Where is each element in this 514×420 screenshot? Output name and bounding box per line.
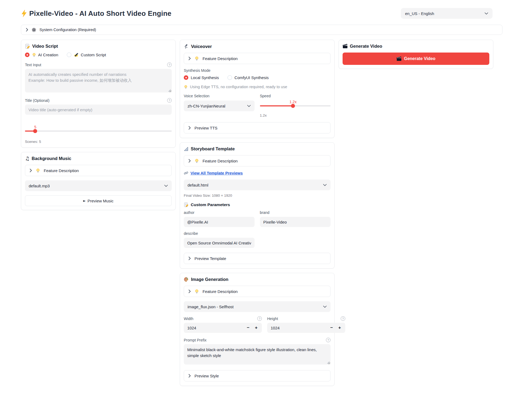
writing-hand-icon (74, 53, 79, 57)
speed-slider-value: 1.2x (289, 100, 296, 104)
help-icon[interactable]: ? (257, 316, 262, 321)
play-icon: ► (83, 199, 86, 203)
chevron-right-icon (188, 289, 191, 293)
chevron-down-icon (247, 105, 251, 107)
chevron-right-icon (25, 28, 28, 32)
author-label: author (184, 210, 255, 215)
lightbulb-icon (36, 168, 40, 173)
help-icon[interactable]: ? (167, 98, 172, 103)
help-icon[interactable]: ? (326, 338, 331, 342)
radio-local-synthesis-label: Local Synthesis (191, 75, 219, 80)
radio-ai-creation-label: AI Creation (38, 53, 58, 57)
bgm-select-value: default.mp3 (29, 184, 50, 188)
bgm-feature-description-accordion[interactable]: Feature Description (25, 165, 172, 176)
radio-unselected-dot (67, 53, 71, 57)
scenes-slider-handle[interactable] (33, 129, 37, 133)
triangle-ruler-icon (184, 147, 189, 151)
video-script-title: Video Script (25, 44, 172, 49)
middle-column: Voiceover Feature Description Synthesis … (180, 40, 335, 386)
lightbulb-icon (194, 56, 199, 61)
help-icon[interactable]: ? (167, 62, 172, 67)
text-input-textarea[interactable] (25, 69, 172, 92)
page-title-text: Pixelle-Video - AI Auto Short Video Engi… (29, 9, 171, 18)
chevron-right-icon (29, 168, 32, 173)
voiceover-title-text: Voiceover (191, 44, 212, 49)
preview-template-label: Preview Template (194, 256, 226, 261)
video-script-panel: Video Script AI Creation (21, 40, 176, 148)
radio-comfyui-synthesis-label: ComfyUI Synthesis (234, 75, 269, 80)
generate-video-button[interactable]: Generate Video (343, 53, 489, 65)
preview-tts-accordion[interactable]: Preview TTS (184, 122, 331, 133)
system-config-accordion[interactable]: System Configuration (Required) (21, 25, 502, 35)
height-input[interactable] (267, 326, 328, 330)
script-mode-radio-group: AI Creation Custom Script (25, 53, 172, 57)
page-title: Pixelle-Video - AI Auto Short Video Engi… (21, 9, 171, 18)
width-increment-button[interactable]: + (252, 323, 260, 333)
chevron-down-icon (484, 12, 488, 15)
lightbulb-icon (184, 85, 188, 89)
width-input[interactable] (184, 326, 244, 330)
background-music-title: ♫ Background Music (25, 156, 172, 161)
width-decrement-button[interactable]: − (244, 323, 252, 333)
preview-template-accordion[interactable]: Preview Template (184, 253, 331, 264)
voice-select-value: zh-CN-YunjianNeural (188, 104, 225, 108)
microphone-icon (184, 44, 189, 49)
clapperboard-icon (396, 56, 402, 61)
main-columns: Video Script AI Creation (21, 40, 493, 386)
voice-select[interactable]: zh-CN-YunjianNeural (184, 101, 255, 111)
prompt-prefix-label: Prompt Prefix (184, 338, 207, 342)
width-stepper[interactable]: − + (184, 323, 262, 333)
generate-video-panel: Generate Video Generate Video (339, 40, 493, 69)
generate-video-title-text: Generate Video (350, 44, 382, 49)
speed-slider[interactable]: 1.2x (260, 100, 331, 106)
background-music-panel: ♫ Background Music Feature Description d… (21, 152, 176, 210)
radio-comfyui-synthesis[interactable]: ComfyUI Synthesis (227, 75, 269, 80)
chevron-down-icon (323, 184, 327, 186)
scenes-slider[interactable]: 5 (25, 125, 172, 132)
brand-input[interactable] (260, 217, 331, 227)
system-config-label: System Configuration (Required) (39, 28, 96, 32)
speed-slider-handle[interactable] (291, 104, 295, 108)
language-select[interactable]: en_US - English (401, 8, 493, 19)
workflow-select[interactable]: image_flux.json - Selfhost (184, 301, 331, 312)
voice-selection-label: Voice Selection (184, 94, 255, 98)
voiceover-feature-description-accordion[interactable]: Feature Description (184, 53, 331, 64)
storyboard-feature-description-accordion[interactable]: Feature Description (184, 155, 331, 166)
chevron-down-icon (164, 185, 168, 187)
describe-input[interactable] (184, 238, 255, 248)
imagegen-feature-description-label: Feature Description (203, 289, 238, 294)
bgm-select[interactable]: default.mp3 (25, 180, 172, 191)
height-decrement-button[interactable]: − (328, 323, 336, 333)
music-note-icon: ♫ (25, 156, 30, 161)
view-all-template-previews-link[interactable]: View All Template Previews (190, 171, 243, 175)
height-stepper[interactable]: − + (267, 323, 345, 333)
clapperboard-icon (343, 44, 348, 49)
gear-icon (32, 28, 36, 32)
describe-label: describe (184, 231, 331, 236)
author-input[interactable] (184, 217, 255, 227)
scenes-caption: Scenes: 5 (25, 140, 172, 144)
bolt-icon (21, 10, 27, 17)
template-select-value: default.html (188, 183, 208, 187)
title-optional-label: Title (Optional) (25, 98, 49, 103)
radio-ai-creation[interactable]: AI Creation (25, 53, 58, 57)
preview-music-label: Preview Music (87, 199, 113, 203)
left-column: Video Script AI Creation (21, 40, 176, 386)
radio-local-synthesis[interactable]: Local Synthesis (184, 75, 219, 80)
template-select[interactable]: default.html (184, 180, 331, 190)
title-input[interactable] (25, 105, 172, 115)
link-icon (184, 171, 188, 175)
preview-music-button[interactable]: ► Preview Music (25, 195, 172, 206)
image-generation-title: Image Generation (184, 277, 331, 282)
prompt-prefix-textarea[interactable]: Minimalist black-and-white matchstick fi… (184, 344, 331, 365)
lightbulb-icon (32, 53, 36, 57)
storyboard-feature-description-label: Feature Description (203, 159, 238, 163)
imagegen-feature-description-accordion[interactable]: Feature Description (184, 286, 331, 297)
radio-custom-script[interactable]: Custom Script (67, 53, 106, 57)
height-label: Height (267, 317, 278, 321)
voiceover-title: Voiceover (184, 44, 331, 49)
preview-style-accordion[interactable]: Preview Style (184, 370, 331, 381)
topbar: Pixelle-Video - AI Auto Short Video Engi… (21, 8, 502, 19)
memo-icon (184, 202, 189, 207)
scenes-slider-value: 5 (34, 125, 36, 129)
